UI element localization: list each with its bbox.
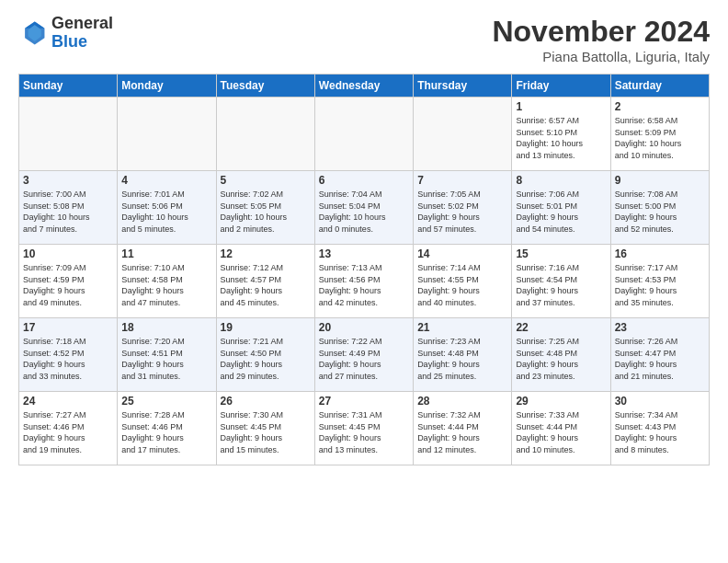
- calendar-cell: 8Sunrise: 7:06 AM Sunset: 5:01 PM Daylig…: [512, 171, 610, 245]
- calendar-week-4: 17Sunrise: 7:18 AM Sunset: 4:52 PM Dayli…: [19, 318, 710, 392]
- calendar-cell: 14Sunrise: 7:14 AM Sunset: 4:55 PM Dayli…: [414, 245, 512, 318]
- calendar-cell: 7Sunrise: 7:05 AM Sunset: 5:02 PM Daylig…: [414, 171, 512, 245]
- day-number: 23: [615, 321, 705, 334]
- col-monday: Monday: [118, 75, 216, 98]
- day-number: 19: [221, 321, 311, 334]
- day-info: Sunrise: 7:04 AM Sunset: 5:04 PM Dayligh…: [319, 189, 409, 235]
- day-info: Sunrise: 7:12 AM Sunset: 4:57 PM Dayligh…: [221, 262, 311, 308]
- day-number: 12: [221, 247, 311, 260]
- day-number: 6: [319, 174, 409, 187]
- calendar-week-2: 3Sunrise: 7:00 AM Sunset: 5:08 PM Daylig…: [19, 171, 710, 245]
- day-info: Sunrise: 7:17 AM Sunset: 4:53 PM Dayligh…: [615, 262, 705, 308]
- calendar-cell: [19, 98, 118, 171]
- day-number: 22: [516, 321, 606, 334]
- day-info: Sunrise: 7:01 AM Sunset: 5:06 PM Dayligh…: [121, 189, 211, 235]
- header: General Blue November 2024 Piana Battoll…: [18, 15, 710, 64]
- calendar-cell: 26Sunrise: 7:30 AM Sunset: 4:45 PM Dayli…: [216, 392, 314, 465]
- calendar: Sunday Monday Tuesday Wednesday Thursday…: [18, 74, 710, 465]
- day-number: 26: [221, 395, 311, 408]
- day-info: Sunrise: 7:34 AM Sunset: 4:43 PM Dayligh…: [615, 409, 705, 455]
- day-number: 3: [23, 174, 113, 187]
- calendar-cell: 22Sunrise: 7:25 AM Sunset: 4:48 PM Dayli…: [512, 318, 610, 392]
- col-sunday: Sunday: [19, 75, 118, 98]
- day-number: 14: [417, 247, 507, 260]
- day-number: 13: [319, 247, 409, 260]
- calendar-cell: 30Sunrise: 7:34 AM Sunset: 4:43 PM Dayli…: [610, 392, 709, 465]
- calendar-cell: 24Sunrise: 7:27 AM Sunset: 4:46 PM Dayli…: [19, 392, 118, 465]
- day-info: Sunrise: 7:18 AM Sunset: 4:52 PM Dayligh…: [23, 336, 113, 382]
- calendar-cell: 23Sunrise: 7:26 AM Sunset: 4:47 PM Dayli…: [610, 318, 709, 392]
- day-number: 29: [516, 395, 606, 408]
- title-block: November 2024 Piana Battolla, Liguria, I…: [492, 15, 710, 64]
- calendar-cell: 21Sunrise: 7:23 AM Sunset: 4:48 PM Dayli…: [414, 318, 512, 392]
- calendar-cell: 11Sunrise: 7:10 AM Sunset: 4:58 PM Dayli…: [118, 245, 216, 318]
- day-number: 16: [615, 247, 705, 260]
- day-info: Sunrise: 6:57 AM Sunset: 5:10 PM Dayligh…: [516, 115, 606, 161]
- day-info: Sunrise: 7:31 AM Sunset: 4:45 PM Dayligh…: [319, 409, 409, 455]
- day-info: Sunrise: 7:14 AM Sunset: 4:55 PM Dayligh…: [417, 262, 507, 308]
- calendar-week-3: 10Sunrise: 7:09 AM Sunset: 4:59 PM Dayli…: [19, 245, 710, 318]
- calendar-cell: 25Sunrise: 7:28 AM Sunset: 4:46 PM Dayli…: [118, 392, 216, 465]
- day-number: 15: [516, 247, 606, 260]
- calendar-cell: 19Sunrise: 7:21 AM Sunset: 4:50 PM Dayli…: [216, 318, 314, 392]
- day-number: 4: [121, 174, 211, 187]
- calendar-cell: 15Sunrise: 7:16 AM Sunset: 4:54 PM Dayli…: [512, 245, 610, 318]
- calendar-week-1: 1Sunrise: 6:57 AM Sunset: 5:10 PM Daylig…: [19, 98, 710, 171]
- calendar-cell: 6Sunrise: 7:04 AM Sunset: 5:04 PM Daylig…: [314, 171, 413, 245]
- day-number: 25: [121, 395, 211, 408]
- day-info: Sunrise: 7:05 AM Sunset: 5:02 PM Dayligh…: [417, 189, 507, 235]
- day-info: Sunrise: 7:20 AM Sunset: 4:51 PM Dayligh…: [121, 336, 211, 382]
- col-tuesday: Tuesday: [216, 75, 314, 98]
- day-info: Sunrise: 7:33 AM Sunset: 4:44 PM Dayligh…: [516, 409, 606, 455]
- day-number: 8: [516, 174, 606, 187]
- day-info: Sunrise: 7:30 AM Sunset: 4:45 PM Dayligh…: [221, 409, 311, 455]
- calendar-cell: [314, 98, 413, 171]
- calendar-cell: [414, 98, 512, 171]
- day-info: Sunrise: 7:06 AM Sunset: 5:01 PM Dayligh…: [516, 189, 606, 235]
- calendar-cell: 3Sunrise: 7:00 AM Sunset: 5:08 PM Daylig…: [19, 171, 118, 245]
- day-info: Sunrise: 7:32 AM Sunset: 4:44 PM Dayligh…: [417, 409, 507, 455]
- col-friday: Friday: [512, 75, 610, 98]
- day-info: Sunrise: 7:22 AM Sunset: 4:49 PM Dayligh…: [319, 336, 409, 382]
- day-number: 11: [121, 247, 211, 260]
- day-number: 18: [121, 321, 211, 334]
- day-info: Sunrise: 7:10 AM Sunset: 4:58 PM Dayligh…: [121, 262, 211, 308]
- calendar-cell: 29Sunrise: 7:33 AM Sunset: 4:44 PM Dayli…: [512, 392, 610, 465]
- day-number: 28: [417, 395, 507, 408]
- calendar-cell: 1Sunrise: 6:57 AM Sunset: 5:10 PM Daylig…: [512, 98, 610, 171]
- day-info: Sunrise: 7:27 AM Sunset: 4:46 PM Dayligh…: [23, 409, 113, 455]
- day-number: 7: [417, 174, 507, 187]
- day-number: 21: [417, 321, 507, 334]
- day-number: 1: [516, 100, 606, 113]
- day-info: Sunrise: 7:25 AM Sunset: 4:48 PM Dayligh…: [516, 336, 606, 382]
- calendar-cell: 17Sunrise: 7:18 AM Sunset: 4:52 PM Dayli…: [19, 318, 118, 392]
- calendar-cell: 27Sunrise: 7:31 AM Sunset: 4:45 PM Dayli…: [314, 392, 413, 465]
- logo-icon: [18, 18, 48, 48]
- calendar-cell: 2Sunrise: 6:58 AM Sunset: 5:09 PM Daylig…: [610, 98, 709, 171]
- col-wednesday: Wednesday: [314, 75, 413, 98]
- location: Piana Battolla, Liguria, Italy: [492, 49, 710, 64]
- calendar-cell: 20Sunrise: 7:22 AM Sunset: 4:49 PM Dayli…: [314, 318, 413, 392]
- calendar-header-row: Sunday Monday Tuesday Wednesday Thursday…: [19, 75, 710, 98]
- calendar-cell: 12Sunrise: 7:12 AM Sunset: 4:57 PM Dayli…: [216, 245, 314, 318]
- day-number: 30: [615, 395, 705, 408]
- calendar-cell: 18Sunrise: 7:20 AM Sunset: 4:51 PM Dayli…: [118, 318, 216, 392]
- calendar-cell: 9Sunrise: 7:08 AM Sunset: 5:00 PM Daylig…: [610, 171, 709, 245]
- calendar-cell: 16Sunrise: 7:17 AM Sunset: 4:53 PM Dayli…: [610, 245, 709, 318]
- logo-general: General: [51, 14, 113, 32]
- day-number: 9: [615, 174, 705, 187]
- day-info: Sunrise: 7:00 AM Sunset: 5:08 PM Dayligh…: [23, 189, 113, 235]
- calendar-cell: 10Sunrise: 7:09 AM Sunset: 4:59 PM Dayli…: [19, 245, 118, 318]
- calendar-cell: 28Sunrise: 7:32 AM Sunset: 4:44 PM Dayli…: [414, 392, 512, 465]
- day-number: 24: [23, 395, 113, 408]
- col-thursday: Thursday: [414, 75, 512, 98]
- day-number: 17: [23, 321, 113, 334]
- day-info: Sunrise: 6:58 AM Sunset: 5:09 PM Dayligh…: [615, 115, 705, 161]
- page: General Blue November 2024 Piana Battoll…: [0, 0, 728, 563]
- calendar-cell: [118, 98, 216, 171]
- calendar-cell: 5Sunrise: 7:02 AM Sunset: 5:05 PM Daylig…: [216, 171, 314, 245]
- day-info: Sunrise: 7:02 AM Sunset: 5:05 PM Dayligh…: [221, 189, 311, 235]
- calendar-week-5: 24Sunrise: 7:27 AM Sunset: 4:46 PM Dayli…: [19, 392, 710, 465]
- day-number: 20: [319, 321, 409, 334]
- day-info: Sunrise: 7:23 AM Sunset: 4:48 PM Dayligh…: [417, 336, 507, 382]
